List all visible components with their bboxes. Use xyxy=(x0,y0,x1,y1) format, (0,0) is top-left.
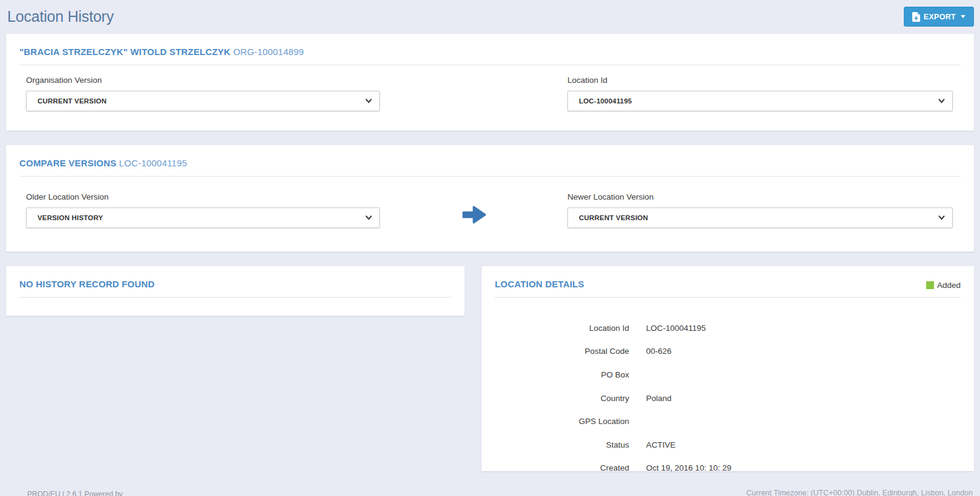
detail-row-postal-code: Postal Code 00-626 xyxy=(495,340,961,364)
older-version-select[interactable]: VERSION HISTORY xyxy=(26,207,380,228)
older-version-label: Older Location Version xyxy=(26,192,380,201)
organisation-name: "BRACIA STRZELCZYK" WITOLD STRZELCZYK xyxy=(19,47,230,57)
organisation-version-value: CURRENT VERSION xyxy=(38,97,106,105)
detail-row-gps-location: GPS Location xyxy=(495,410,961,433)
older-version-value: VERSION HISTORY xyxy=(38,214,103,221)
compare-versions-title: COMPARE VERSIONS xyxy=(19,158,116,168)
detail-row-location-id: Location Id LOC-100041195 xyxy=(495,316,961,340)
organisation-version-label: Organisation Version xyxy=(26,76,380,85)
arrow-right-icon xyxy=(461,203,488,226)
compare-versions-panel: COMPARE VERSIONS LOC-100041195 Older Loc… xyxy=(6,145,974,252)
organisation-panel: "BRACIA STRZELCZYK" WITOLD STRZELCZYK OR… xyxy=(6,34,974,131)
detail-row-status: Status ACTIVE xyxy=(495,433,961,457)
chevron-down-icon xyxy=(938,99,945,103)
export-button-label: EXPORT xyxy=(924,13,956,21)
history-panel: NO HISTORY RECORD FOUND xyxy=(6,266,465,316)
no-history-heading: NO HISTORY RECORD FOUND xyxy=(19,266,451,298)
caret-down-icon xyxy=(961,15,965,18)
page-title: Location History xyxy=(7,8,114,25)
organisation-id: ORG-100014899 xyxy=(233,47,304,57)
added-legend-label: Added xyxy=(937,281,961,290)
detail-row-created: Created Oct 19, 2016 10: 10: 29 xyxy=(495,457,961,480)
location-id-value: LOC-100041195 xyxy=(579,97,632,105)
added-legend: Added xyxy=(926,281,961,290)
export-button[interactable]: EXPORT xyxy=(904,7,974,27)
export-file-icon xyxy=(912,12,920,22)
detail-row-po-box: PO Box xyxy=(495,363,961,387)
newer-version-value: CURRENT VERSION xyxy=(579,214,648,221)
chevron-down-icon xyxy=(365,99,372,103)
location-id-label: Location Id xyxy=(567,76,953,85)
organisation-heading: "BRACIA STRZELCZYK" WITOLD STRZELCZYK OR… xyxy=(19,34,961,65)
compare-versions-heading: COMPARE VERSIONS LOC-100041195 xyxy=(19,145,961,177)
location-details-list: Location Id LOC-100041195 Postal Code 00… xyxy=(495,316,961,480)
newer-version-select[interactable]: CURRENT VERSION xyxy=(567,207,953,228)
organisation-version-select[interactable]: CURRENT VERSION xyxy=(26,91,380,111)
version-footer-text: PROD/EU | 2.6.1 Powered by xyxy=(27,490,123,496)
location-id-select[interactable]: LOC-100041195 xyxy=(567,91,953,111)
location-details-panel: LOCATION DETAILS Added Location Id LOC-1… xyxy=(482,266,974,471)
newer-version-label: Newer Location Version xyxy=(567,192,953,201)
timezone-footer-text: Current Timezone: (UTC+00:00) Dublin, Ed… xyxy=(746,489,973,496)
chevron-down-icon xyxy=(938,215,945,220)
added-swatch-icon xyxy=(926,281,934,289)
chevron-down-icon xyxy=(365,215,372,220)
detail-row-country: Country Poland xyxy=(495,387,961,410)
location-details-heading: LOCATION DETAILS xyxy=(495,266,961,298)
compare-versions-location-id: LOC-100041195 xyxy=(119,158,187,168)
